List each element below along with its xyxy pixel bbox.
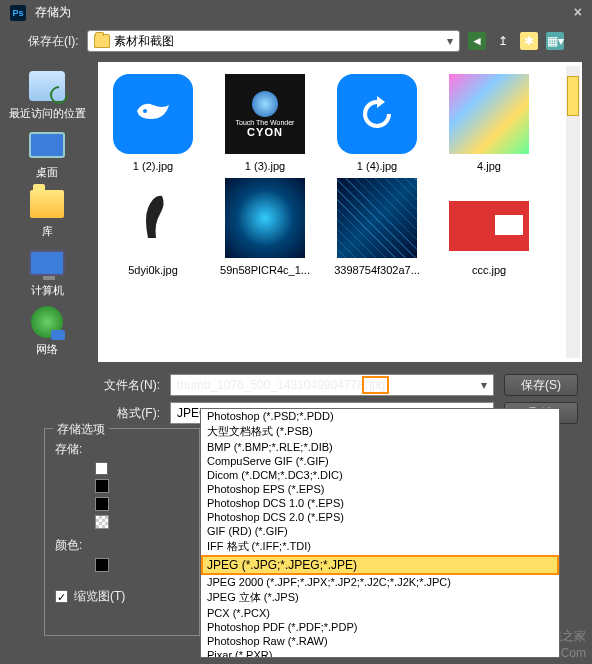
back-icon[interactable]: ◄ <box>468 32 486 50</box>
format-option[interactable]: Photoshop Raw (*.RAW) <box>201 634 559 648</box>
nav-icons: ◄ ↥ ✱ ▦▾ <box>468 32 564 50</box>
format-option[interactable]: BMP (*.BMP;*.RLE;*.DIB) <box>201 440 559 454</box>
file-item[interactable]: 3398754f302a7... <box>328 176 426 276</box>
format-label: 格式(F): <box>100 405 160 422</box>
file-item[interactable]: Touch The WonderCYON 1 (3).jpg <box>216 72 314 172</box>
chevron-down-icon[interactable]: ▾ <box>481 378 487 392</box>
save-options-group: 存储选项 存储: 颜色: 缩览图(T) <box>44 428 200 636</box>
close-icon[interactable]: × <box>574 4 582 20</box>
format-option[interactable]: CompuServe GIF (*.GIF) <box>201 454 559 468</box>
save-in-label: 保存在(I): <box>28 33 79 50</box>
place-recent[interactable]: 最近访问的位置 <box>7 68 87 121</box>
format-dropdown-list[interactable]: Photoshop (*.PSD;*.PDD)大型文档格式 (*.PSB)BMP… <box>200 408 560 658</box>
thumbnail-icon <box>113 74 193 154</box>
view-menu-icon[interactable]: ▦▾ <box>546 32 564 50</box>
thumbnail-icon <box>449 74 529 154</box>
recent-icon <box>29 71 65 101</box>
format-option[interactable]: GIF (RD) (*.GIF) <box>201 524 559 538</box>
file-item[interactable]: 4.jpg <box>440 72 538 172</box>
desktop-icon <box>29 132 65 158</box>
options-legend: 存储选项 <box>53 421 109 438</box>
file-item[interactable]: 1 (2).jpg <box>104 72 202 172</box>
file-item[interactable]: 5dyi0k.jpg <box>104 176 202 276</box>
scrollbar[interactable] <box>566 66 580 358</box>
place-libraries[interactable]: 库 <box>7 186 87 239</box>
thumbnail-icon <box>337 178 417 258</box>
save-button[interactable]: 保存(S) <box>504 374 578 396</box>
color-swatch-black <box>95 558 109 572</box>
folder-icon <box>94 34 110 48</box>
current-folder: 素材和截图 <box>114 33 443 50</box>
file-item[interactable]: 1 (4).jpg <box>328 72 426 172</box>
thumbnail-icon <box>337 74 417 154</box>
folder-dropdown[interactable]: 素材和截图 ▾ <box>87 30 460 52</box>
format-option[interactable]: JPEG (*.JPG;*.JPEG;*.JPE) <box>201 555 559 575</box>
new-folder-icon[interactable]: ✱ <box>520 32 538 50</box>
chevron-down-icon: ▾ <box>447 34 453 48</box>
format-option[interactable]: PCX (*.PCX) <box>201 606 559 620</box>
format-option[interactable]: Pixar (*.PXR) <box>201 648 559 658</box>
thumbnail-label: 缩览图(T) <box>74 588 125 605</box>
up-one-level-icon[interactable]: ↥ <box>494 32 512 50</box>
filename-label: 文件名(N): <box>100 377 160 394</box>
computer-icon <box>29 250 65 276</box>
save-as-dialog: Ps 存储为 × 保存在(I): 素材和截图 ▾ ◄ ↥ ✱ ▦▾ 最近访问的位… <box>0 0 592 664</box>
file-item[interactable]: ccc.jpg <box>440 176 538 276</box>
filename-ext-highlight: .jpg <box>362 376 389 394</box>
network-icon <box>31 306 63 338</box>
filename-input[interactable]: thumb_1076_500_1431049904778.jpg ▾ <box>170 374 494 396</box>
body: 最近访问的位置 桌面 库 计算机 网络 1 (2). <box>0 58 592 366</box>
place-desktop[interactable]: 桌面 <box>7 127 87 180</box>
thumbnail-icon <box>225 178 305 258</box>
titlebar: Ps 存储为 × <box>0 0 592 24</box>
format-option[interactable]: 大型文档格式 (*.PSB) <box>201 423 559 440</box>
file-item[interactable]: 59n58PICR4c_1... <box>216 176 314 276</box>
dialog-title: 存储为 <box>35 5 71 19</box>
color-swatch-black <box>95 497 109 511</box>
thumbnail-icon <box>113 178 193 258</box>
format-option[interactable]: Photoshop DCS 2.0 (*.EPS) <box>201 510 559 524</box>
store-label: 存储: <box>55 441 82 458</box>
photoshop-icon: Ps <box>10 5 26 21</box>
format-option[interactable]: Dicom (*.DCM;*.DC3;*.DIC) <box>201 468 559 482</box>
thumbnail-icon <box>449 201 529 251</box>
svg-point-0 <box>143 109 147 113</box>
format-option[interactable]: Photoshop PDF (*.PDF;*.PDP) <box>201 620 559 634</box>
format-option[interactable]: JPEG 2000 (*.JPF;*.JPX;*.JP2;*.J2C;*.J2K… <box>201 575 559 589</box>
library-icon <box>30 190 64 218</box>
color-swatch-transparent <box>95 515 109 529</box>
place-computer[interactable]: 计算机 <box>7 245 87 298</box>
format-option[interactable]: Photoshop DCS 1.0 (*.EPS) <box>201 496 559 510</box>
checkbox[interactable] <box>95 462 108 475</box>
places-bar: 最近访问的位置 桌面 库 计算机 网络 <box>4 62 90 362</box>
format-option[interactable]: Photoshop EPS (*.EPS) <box>201 482 559 496</box>
location-toolbar: 保存在(I): 素材和截图 ▾ ◄ ↥ ✱ ▦▾ <box>0 24 592 58</box>
thumbnail-icon: Touch The WonderCYON <box>225 74 305 154</box>
format-option[interactable]: Photoshop (*.PSD;*.PDD) <box>201 409 559 423</box>
format-option[interactable]: IFF 格式 (*.IFF;*.TDI) <box>201 538 559 555</box>
file-list[interactable]: 1 (2).jpg Touch The WonderCYON 1 (3).jpg… <box>98 62 582 362</box>
place-network[interactable]: 网络 <box>7 304 87 357</box>
color-label: 颜色: <box>55 537 82 554</box>
scrollbar-thumb[interactable] <box>567 76 579 116</box>
thumbnail-checkbox[interactable] <box>55 590 68 603</box>
format-option[interactable]: JPEG 立体 (*.JPS) <box>201 589 559 606</box>
color-swatch-black <box>95 479 109 493</box>
